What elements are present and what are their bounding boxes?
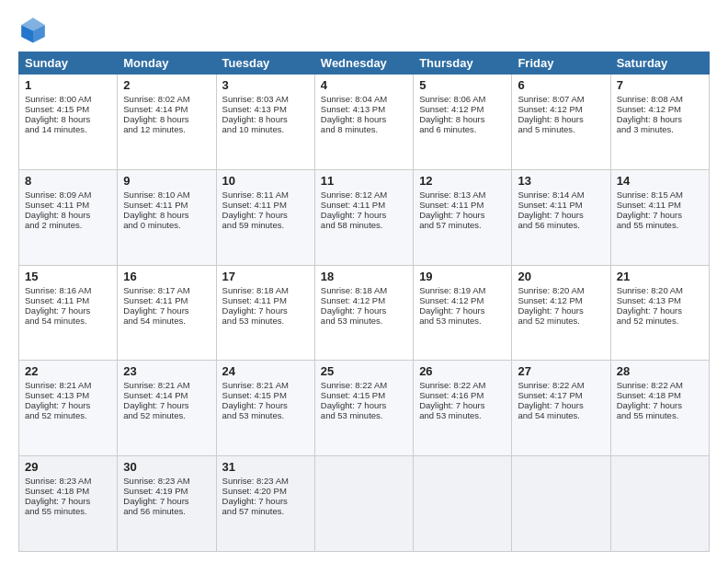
day-info: Sunrise: 8:18 AM bbox=[321, 285, 407, 295]
day-info: Sunrise: 8:21 AM bbox=[25, 380, 111, 390]
day-info: Sunset: 4:13 PM bbox=[321, 104, 407, 114]
day-number: 12 bbox=[419, 174, 506, 188]
day-number: 20 bbox=[518, 270, 604, 283]
calendar-header-sunday: Sunday bbox=[19, 52, 118, 75]
day-info: Sunrise: 8:06 AM bbox=[419, 94, 506, 104]
day-info: Daylight: 7 hours bbox=[419, 400, 506, 410]
day-info: Sunset: 4:12 PM bbox=[321, 295, 407, 305]
day-info: Sunrise: 8:22 AM bbox=[419, 380, 506, 390]
day-info: Sunrise: 8:09 AM bbox=[25, 190, 111, 200]
day-info: Sunset: 4:12 PM bbox=[419, 295, 506, 305]
calendar-cell: 28Sunrise: 8:22 AMSunset: 4:18 PMDayligh… bbox=[610, 361, 709, 456]
calendar-cell: 19Sunrise: 8:19 AMSunset: 4:12 PMDayligh… bbox=[414, 265, 512, 361]
day-number: 3 bbox=[222, 78, 309, 92]
calendar-cell: 18Sunrise: 8:18 AMSunset: 4:12 PMDayligh… bbox=[314, 265, 413, 361]
day-info: Sunrise: 8:21 AM bbox=[222, 380, 309, 390]
calendar-cell: 4Sunrise: 8:04 AMSunset: 4:13 PMDaylight… bbox=[314, 75, 413, 170]
day-info: and 8 minutes. bbox=[321, 124, 407, 134]
day-info: Sunset: 4:12 PM bbox=[518, 295, 604, 305]
calendar-week-4: 22Sunrise: 8:21 AMSunset: 4:13 PMDayligh… bbox=[19, 361, 710, 456]
day-info: Sunrise: 8:14 AM bbox=[518, 190, 604, 200]
calendar-table: SundayMondayTuesdayWednesdayThursdayFrid… bbox=[18, 52, 710, 552]
day-info: Daylight: 7 hours bbox=[222, 305, 309, 316]
day-number: 30 bbox=[123, 460, 210, 474]
day-info: Daylight: 7 hours bbox=[518, 305, 604, 316]
day-info: Daylight: 7 hours bbox=[222, 400, 309, 410]
day-info: and 54 minutes. bbox=[25, 316, 111, 326]
day-info: Sunrise: 8:17 AM bbox=[123, 285, 210, 295]
calendar-cell bbox=[414, 456, 512, 552]
day-info: and 56 minutes. bbox=[518, 220, 604, 230]
calendar-cell: 27Sunrise: 8:22 AMSunset: 4:17 PMDayligh… bbox=[512, 361, 610, 456]
calendar-cell: 26Sunrise: 8:22 AMSunset: 4:16 PMDayligh… bbox=[414, 361, 512, 456]
calendar-cell: 20Sunrise: 8:20 AMSunset: 4:12 PMDayligh… bbox=[512, 265, 610, 361]
calendar-cell: 6Sunrise: 8:07 AMSunset: 4:12 PMDaylight… bbox=[512, 75, 610, 170]
calendar-cell: 31Sunrise: 8:23 AMSunset: 4:20 PMDayligh… bbox=[216, 456, 314, 552]
day-info: Sunrise: 8:11 AM bbox=[222, 190, 309, 200]
calendar-cell: 7Sunrise: 8:08 AMSunset: 4:12 PMDaylight… bbox=[610, 75, 709, 170]
day-info: and 53 minutes. bbox=[321, 316, 407, 326]
day-number: 31 bbox=[222, 460, 309, 474]
calendar-header-monday: Monday bbox=[118, 52, 216, 75]
day-info: Sunrise: 8:16 AM bbox=[25, 285, 111, 295]
day-info: Sunrise: 8:23 AM bbox=[25, 476, 111, 486]
calendar-cell: 5Sunrise: 8:06 AMSunset: 4:12 PMDaylight… bbox=[414, 75, 512, 170]
day-info: Sunset: 4:12 PM bbox=[518, 104, 604, 114]
day-info: Daylight: 7 hours bbox=[321, 210, 407, 220]
day-info: and 56 minutes. bbox=[123, 506, 210, 516]
day-info: Daylight: 8 hours bbox=[123, 210, 210, 220]
day-number: 14 bbox=[617, 174, 703, 188]
header bbox=[18, 15, 710, 44]
calendar-cell: 30Sunrise: 8:23 AMSunset: 4:19 PMDayligh… bbox=[118, 456, 216, 552]
calendar-cell: 17Sunrise: 8:18 AMSunset: 4:11 PMDayligh… bbox=[216, 265, 314, 361]
day-info: Daylight: 8 hours bbox=[123, 114, 210, 124]
day-info: and 52 minutes. bbox=[25, 410, 111, 420]
day-info: Sunrise: 8:22 AM bbox=[518, 380, 604, 390]
logo bbox=[18, 15, 51, 44]
day-info: Daylight: 7 hours bbox=[617, 400, 703, 410]
day-number: 22 bbox=[25, 364, 111, 378]
day-info: Sunrise: 8:21 AM bbox=[123, 380, 210, 390]
day-info: Sunset: 4:12 PM bbox=[419, 104, 506, 114]
day-info: and 53 minutes. bbox=[419, 316, 506, 326]
calendar-cell: 9Sunrise: 8:10 AMSunset: 4:11 PMDaylight… bbox=[118, 169, 216, 265]
day-info: and 14 minutes. bbox=[25, 124, 111, 134]
calendar-cell: 12Sunrise: 8:13 AMSunset: 4:11 PMDayligh… bbox=[414, 169, 512, 265]
day-number: 26 bbox=[419, 364, 506, 378]
day-number: 10 bbox=[222, 174, 309, 188]
calendar-cell: 1Sunrise: 8:00 AMSunset: 4:15 PMDaylight… bbox=[19, 75, 118, 170]
day-info: and 59 minutes. bbox=[222, 220, 309, 230]
day-number: 25 bbox=[321, 364, 407, 378]
calendar-cell: 22Sunrise: 8:21 AMSunset: 4:13 PMDayligh… bbox=[19, 361, 118, 456]
day-number: 2 bbox=[123, 78, 210, 92]
calendar-cell: 10Sunrise: 8:11 AMSunset: 4:11 PMDayligh… bbox=[216, 169, 314, 265]
calendar-cell bbox=[610, 456, 709, 552]
day-info: Sunrise: 8:07 AM bbox=[518, 94, 604, 104]
day-info: Sunset: 4:18 PM bbox=[617, 390, 703, 400]
day-info: Sunset: 4:15 PM bbox=[321, 390, 407, 400]
day-number: 9 bbox=[123, 174, 210, 188]
day-info: Sunrise: 8:00 AM bbox=[25, 94, 111, 104]
day-info: Sunset: 4:17 PM bbox=[518, 390, 604, 400]
day-info: and 55 minutes. bbox=[617, 410, 703, 420]
day-info: Daylight: 7 hours bbox=[321, 305, 407, 316]
day-info: Daylight: 8 hours bbox=[25, 210, 111, 220]
day-info: Daylight: 7 hours bbox=[321, 400, 407, 410]
day-info: Sunrise: 8:02 AM bbox=[123, 94, 210, 104]
day-info: Sunset: 4:11 PM bbox=[518, 200, 604, 210]
calendar-week-2: 8Sunrise: 8:09 AMSunset: 4:11 PMDaylight… bbox=[19, 169, 710, 265]
day-info: Daylight: 8 hours bbox=[419, 114, 506, 124]
day-info: Sunset: 4:15 PM bbox=[25, 104, 111, 114]
day-info: and 3 minutes. bbox=[617, 124, 703, 134]
day-number: 18 bbox=[321, 270, 407, 283]
day-number: 17 bbox=[222, 270, 309, 283]
day-info: and 10 minutes. bbox=[222, 124, 309, 134]
calendar-cell: 23Sunrise: 8:21 AMSunset: 4:14 PMDayligh… bbox=[118, 361, 216, 456]
day-info: and 52 minutes. bbox=[518, 316, 604, 326]
day-info: and 2 minutes. bbox=[25, 220, 111, 230]
day-info: Sunset: 4:15 PM bbox=[222, 390, 309, 400]
day-info: Sunrise: 8:12 AM bbox=[321, 190, 407, 200]
day-info: Daylight: 8 hours bbox=[222, 114, 309, 124]
day-info: Sunrise: 8:10 AM bbox=[123, 190, 210, 200]
calendar-cell: 29Sunrise: 8:23 AMSunset: 4:18 PMDayligh… bbox=[19, 456, 118, 552]
